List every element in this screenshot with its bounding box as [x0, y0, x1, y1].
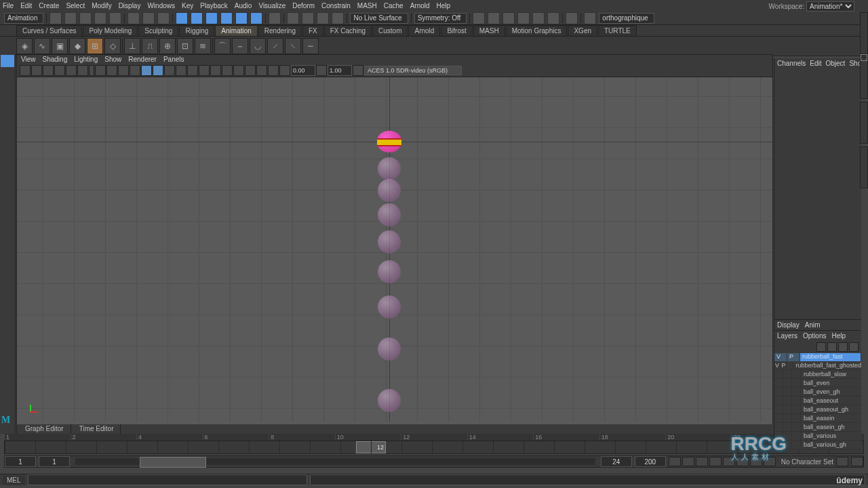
tab-graph-editor[interactable]: Graph Editor [18, 424, 71, 434]
redo-icon[interactable] [109, 12, 121, 24]
new-scene-icon[interactable] [50, 12, 62, 24]
lasso-icon[interactable] [142, 12, 155, 24]
toggle-attr-editor-icon[interactable] [860, 12, 868, 54]
shelf-tangent5-icon[interactable]: ⟍ [285, 38, 301, 54]
toggle-tool-settings-icon[interactable] [860, 57, 868, 99]
snap-view-icon[interactable] [250, 12, 262, 24]
menu-playback[interactable]: Playback [200, 0, 228, 12]
layer-move-down-icon[interactable] [827, 342, 837, 352]
vp-select-camera-icon[interactable] [20, 65, 31, 76]
viewport-3d[interactable]: front -Z [17, 77, 772, 422]
shelf-ghost-icon[interactable]: ◈ [16, 38, 33, 54]
shelf-tab-fxcaching[interactable]: FX Caching [324, 25, 372, 36]
cb-tab-channels[interactable]: Channels [777, 60, 806, 67]
undo-icon[interactable] [94, 12, 106, 24]
shelf-tangent6-icon[interactable]: ∼ [302, 38, 319, 54]
lasso-tool-icon[interactable] [1, 68, 14, 80]
tab-time-editor[interactable]: Time Editor [73, 424, 121, 434]
layout6-icon[interactable] [547, 12, 559, 24]
shelf-tab-arnold[interactable]: Arnold [408, 25, 440, 36]
toggle-modeling-toolkit-icon[interactable] [860, 146, 868, 188]
layout2-icon[interactable] [488, 12, 500, 24]
menu-arnold[interactable]: Arnold [410, 0, 430, 12]
menu-edit[interactable]: Edit [20, 0, 32, 12]
layout1-icon[interactable] [473, 12, 485, 24]
shelf-tab-curves[interactable]: Curves / Surfaces [16, 25, 82, 36]
shelf-lattice-icon[interactable]: ⊡ [177, 38, 193, 54]
layer-row[interactable]: ball_various [774, 432, 861, 441]
four-pane-icon[interactable] [1, 180, 14, 192]
auto-key-icon[interactable] [836, 457, 848, 466]
vp-menu-renderer[interactable]: Renderer [128, 55, 157, 64]
shelf-tab-bifrost[interactable]: Bifrost [441, 25, 472, 36]
layer-menu-help[interactable]: Help [831, 332, 846, 340]
layer-new-selected-icon[interactable] [849, 342, 859, 352]
layer-tab-display[interactable]: Display [777, 321, 800, 329]
vp-lights-icon[interactable] [176, 65, 186, 76]
vp-dof-icon[interactable] [268, 65, 279, 76]
rotate-tool-icon[interactable] [1, 94, 14, 106]
account-icon[interactable] [584, 12, 596, 24]
vp-aa-icon[interactable] [233, 65, 244, 76]
layout3-icon[interactable] [502, 12, 515, 24]
layer-row[interactable]: ball_various_gh [774, 441, 861, 449]
vp-view-transform-icon[interactable] [353, 65, 363, 76]
camera-preset-dropdown[interactable]: orthographique [599, 13, 654, 24]
layer-row[interactable]: rubberball_slow [774, 370, 861, 379]
shelf-key-icon[interactable]: ◆ [69, 38, 85, 54]
shelf-tab-turtle[interactable]: TURTLE [598, 25, 637, 36]
vp-gamma-icon[interactable] [316, 65, 327, 76]
range-end-outer[interactable] [635, 456, 666, 467]
menu-display[interactable]: Display [119, 0, 141, 12]
shelf-motion-trail-icon[interactable]: ∿ [34, 38, 50, 54]
layer-row[interactable]: ball_easeout [774, 396, 861, 405]
shelf-bake-icon[interactable]: ⊞ [87, 38, 103, 54]
construction-history-icon[interactable] [287, 12, 299, 24]
vp-shaded-icon[interactable] [153, 65, 163, 76]
range-end-inner[interactable] [601, 456, 632, 467]
paint-select-icon[interactable] [157, 12, 170, 24]
snap-curve-icon[interactable] [191, 12, 203, 24]
menu-mash[interactable]: MASH [357, 0, 377, 12]
vp-2d-pan-icon[interactable] [66, 65, 77, 76]
snap-plane-icon[interactable] [220, 12, 233, 24]
menu-file[interactable]: File [3, 0, 14, 12]
shelf-tab-poly[interactable]: Poly Modeling [83, 25, 138, 36]
vp-menu-show[interactable]: Show [104, 55, 121, 64]
panel-gear-icon[interactable] [861, 54, 867, 61]
shelf-tangent4-icon[interactable]: ⟋ [267, 38, 283, 54]
layout4-icon[interactable] [517, 12, 530, 24]
render-icon[interactable] [302, 12, 314, 24]
vp-menu-lighting[interactable]: Lighting [74, 55, 98, 64]
vp-menu-panels[interactable]: Panels [163, 55, 184, 64]
layout5-icon[interactable] [532, 12, 545, 24]
module-dropdown[interactable]: Animation [4, 13, 43, 24]
vp-colorspace-dropdown[interactable]: ACES 1.0 SDR-video (sRGB) [364, 66, 462, 75]
layer-new-empty-icon[interactable] [838, 342, 848, 352]
menu-key[interactable]: Key [182, 0, 193, 12]
vp-menu-view[interactable]: View [21, 55, 36, 64]
vp-lock-camera-icon[interactable] [31, 65, 42, 76]
layer-row[interactable]: ball_even [774, 379, 861, 388]
menu-constrain[interactable]: Constrain [321, 0, 351, 12]
vp-ssao-icon[interactable] [256, 65, 267, 76]
vp-resolution-gate-icon[interactable] [118, 65, 129, 76]
layer-menu-options[interactable]: Options [803, 332, 826, 340]
layer-menu-layers[interactable]: Layers [777, 332, 797, 340]
shelf-ik-icon[interactable]: ⊥ [124, 38, 140, 54]
vp-wireframe-icon[interactable] [141, 65, 152, 76]
symmetry-dropdown[interactable]: Symmetry: Off [414, 13, 467, 24]
layer-tab-anim[interactable]: Anim [805, 321, 821, 329]
cb-tab-object[interactable]: Object [826, 60, 846, 67]
live-surface-dropdown[interactable]: No Live Surface [350, 13, 408, 24]
shelf-tab-motion[interactable]: Motion Graphics [506, 25, 568, 36]
menu-cache[interactable]: Cache [384, 0, 403, 12]
save-scene-icon[interactable] [79, 12, 92, 24]
command-input[interactable] [28, 474, 307, 485]
vp-menu-shading[interactable]: Shading [43, 55, 68, 64]
vp-isolate-icon[interactable] [199, 65, 210, 76]
vp-grid-icon[interactable] [95, 65, 106, 76]
render-settings-icon[interactable] [332, 12, 344, 24]
prefs-icon[interactable] [851, 457, 863, 466]
single-pane-icon[interactable] [1, 167, 14, 179]
